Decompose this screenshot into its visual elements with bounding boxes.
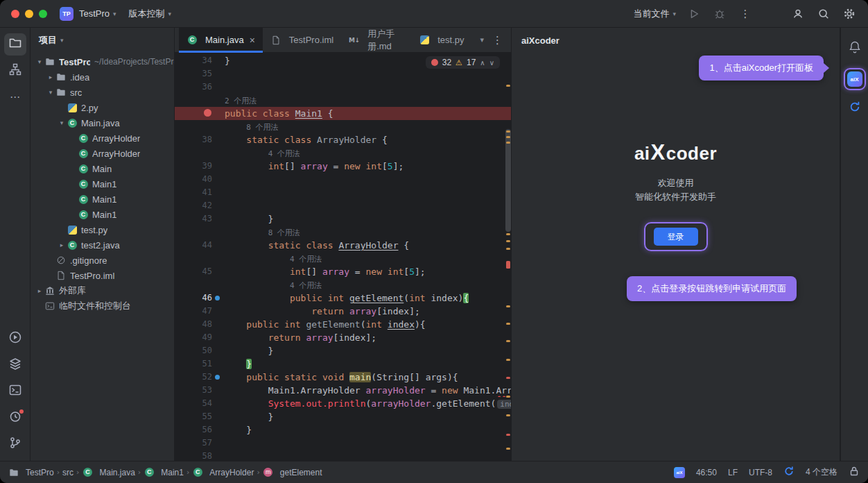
project-tree-item[interactable]: CMain1 <box>31 176 174 192</box>
profiler-tool-button[interactable] <box>4 407 26 429</box>
gutter[interactable]: 57 <box>175 437 223 450</box>
gutter[interactable]: 44 <box>175 239 223 252</box>
code-line[interactable]: 4 个用法 <box>175 278 511 291</box>
sync-tool-button[interactable] <box>844 97 866 119</box>
breadcrumb-item[interactable]: mgetElement <box>263 467 322 478</box>
aixcoder-status-icon[interactable]: aiX <box>674 467 685 478</box>
login-button[interactable]: 登录 <box>654 228 698 246</box>
search-icon[interactable] <box>816 6 831 22</box>
code-line[interactable]: 47 return array[index]; <box>175 305 511 318</box>
project-tree-item[interactable]: ▾TestPro~/IdeaProjects/TestPro <box>31 54 174 69</box>
aixcoder-tool-button[interactable]: aiX <box>847 71 862 87</box>
gutter[interactable]: 36 <box>175 80 223 94</box>
code-line[interactable]: 40 <box>175 173 511 186</box>
gutter[interactable] <box>175 226 223 239</box>
code-line[interactable]: 41 <box>175 186 511 199</box>
stripe-mark[interactable] <box>506 240 510 242</box>
code-line[interactable]: 56 } <box>175 423 511 437</box>
project-tree-item[interactable]: CMain1 <box>31 192 174 207</box>
run-config-selector[interactable]: 当前文件 ▾ <box>633 8 676 20</box>
gutter[interactable]: 51 <box>175 357 223 371</box>
project-tree-item[interactable]: CArrayHolder <box>31 130 174 146</box>
chevron-right-icon[interactable]: ▸ <box>46 74 55 80</box>
code-line[interactable]: 42 <box>175 199 511 212</box>
gutter[interactable] <box>175 278 223 291</box>
stripe-mark[interactable] <box>506 233 510 235</box>
gutter[interactable]: 50 <box>175 344 223 357</box>
gutter[interactable] <box>175 252 223 265</box>
project-tree-item[interactable]: CArrayHolder <box>31 146 174 161</box>
editor-tab-main-java[interactable]: CMain.java× <box>179 28 263 52</box>
gutter-marker-icon[interactable] <box>215 375 220 380</box>
gutter[interactable]: 39 <box>175 160 223 173</box>
gutter[interactable]: 43 <box>175 212 223 226</box>
code-line[interactable]: 45 int[] array = new int[5]; <box>175 265 511 278</box>
project-tool-button[interactable] <box>4 33 26 56</box>
gutter[interactable]: 49 <box>175 331 223 344</box>
code-line[interactable]: 53 Main1.ArrayHolder arrayHolder = new M… <box>175 384 511 397</box>
project-tree-item[interactable]: 临时文件和控制台 <box>31 298 174 314</box>
zoom-window-button[interactable] <box>39 10 47 18</box>
breadcrumb-item[interactable]: CArrayHolder <box>192 467 254 478</box>
code-line[interactable]: 57 <box>175 437 511 450</box>
run-tool-button[interactable] <box>4 328 26 350</box>
settings-gear-icon[interactable] <box>842 6 857 22</box>
code-line[interactable]: 43 } <box>175 212 511 226</box>
prev-highlight-button[interactable]: ∧ <box>480 59 485 67</box>
minimize-window-button[interactable] <box>25 10 33 18</box>
gutter[interactable]: 34 <box>175 54 223 67</box>
gutter[interactable] <box>175 120 223 133</box>
gutter[interactable]: 47 <box>175 305 223 318</box>
gutter[interactable]: 40 <box>175 173 223 186</box>
gutter[interactable]: 42 <box>175 199 223 212</box>
stripe-mark[interactable] <box>506 377 510 379</box>
gutter[interactable] <box>175 94 223 107</box>
gutter[interactable]: 38 <box>175 133 223 146</box>
close-tab-icon[interactable]: × <box>250 35 255 46</box>
gutter[interactable]: 56 <box>175 423 223 437</box>
structure-tool-button[interactable] <box>4 60 26 82</box>
project-tree-item[interactable]: .gitignore <box>31 253 174 268</box>
code-line[interactable]: 46 public int getElement(int index){ <box>175 291 511 305</box>
reload-status-icon[interactable] <box>783 466 795 479</box>
code-editor[interactable]: 34}35362 个用法public class Main1 { 8 个用法38… <box>175 53 511 461</box>
notifications-button[interactable] <box>844 37 866 60</box>
stripe-mark[interactable] <box>506 414 510 416</box>
stripe-mark[interactable] <box>506 396 510 398</box>
gutter[interactable] <box>175 107 223 120</box>
editor-tab-test-py[interactable]: test.py <box>411 28 471 52</box>
code-line[interactable]: 4 个用法 <box>175 252 511 265</box>
code-line[interactable]: 49 return array[index]; <box>175 331 511 344</box>
gutter[interactable]: 54 <box>175 397 223 410</box>
user-account-icon[interactable] <box>790 6 806 22</box>
git-tool-button[interactable] <box>4 433 26 455</box>
editor-tab-testpro-iml[interactable]: TestPro.iml <box>263 28 341 52</box>
stripe-mark[interactable] <box>506 340 510 342</box>
project-panel-header[interactable]: 项目 ▾ <box>31 28 174 53</box>
code-line[interactable]: 38 static class ArrayHolder { <box>175 133 511 146</box>
stripe-mark[interactable] <box>506 305 510 307</box>
code-line[interactable]: 52 public static void main(String[] args… <box>175 371 511 384</box>
code-line[interactable]: public class Main1 { <box>175 107 511 120</box>
run-play-icon[interactable] <box>686 6 702 22</box>
line-ending-indicator[interactable]: LF <box>728 468 738 477</box>
code-line[interactable]: 48 public int getElement(int index){ <box>175 318 511 331</box>
code-line[interactable]: 2 个用法 <box>175 94 511 107</box>
code-line[interactable]: 36 <box>175 80 511 94</box>
project-tree-item[interactable]: ▸.idea <box>31 69 174 85</box>
code-line[interactable]: 8 个用法 <box>175 226 511 239</box>
project-tree-item[interactable]: TestPro.iml <box>31 268 174 283</box>
gutter[interactable]: 52 <box>175 371 223 384</box>
stripe-mark[interactable] <box>506 434 510 436</box>
gutter-marker-icon[interactable] <box>215 296 220 300</box>
stripe-mark[interactable] <box>506 323 510 325</box>
code-line[interactable]: 55 } <box>175 410 511 423</box>
gutter[interactable]: 55 <box>175 410 223 423</box>
code-line[interactable]: 54 System.out.println(arrayHolder.getEle… <box>175 397 511 410</box>
chevron-down-icon[interactable]: ▾ <box>46 89 55 96</box>
code-line[interactable]: 35 <box>175 67 511 80</box>
debug-bug-icon[interactable] <box>712 6 727 22</box>
chevron-down-icon[interactable]: ▾ <box>35 58 44 65</box>
next-highlight-button[interactable]: ∨ <box>489 59 494 67</box>
gutter[interactable] <box>175 146 223 160</box>
